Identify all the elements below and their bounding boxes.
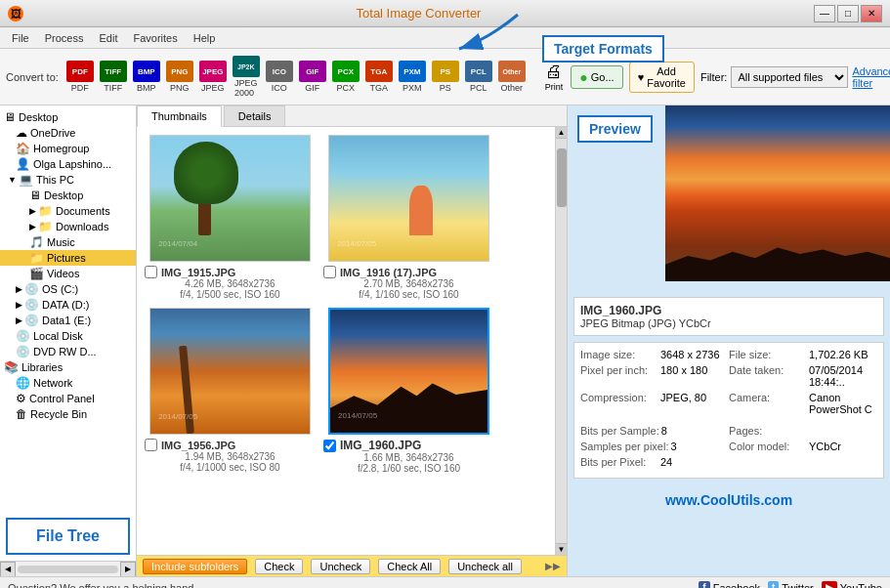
go-label: Go... <box>591 71 615 83</box>
tab-thumbnails[interactable]: Thumbnails <box>137 105 222 127</box>
app-title: Total Image Converter <box>23 6 814 21</box>
thumb-checkbox-1916[interactable] <box>323 266 336 278</box>
tree-item-recycle[interactable]: 🗑 Recycle Bin <box>0 406 136 422</box>
format-jpeg[interactable]: JPEG JPEG <box>197 58 229 96</box>
tree-item-network[interactable]: 🌐 Network <box>0 375 136 391</box>
format-other[interactable]: Other Other <box>496 58 528 96</box>
check-button[interactable]: Check <box>255 559 303 574</box>
format-pcl[interactable]: PCL PCL <box>463 58 494 96</box>
youtube-link[interactable]: ▶ YouTube <box>822 581 882 588</box>
format-pxm[interactable]: PXM PXM <box>397 58 428 96</box>
tree-item-user[interactable]: 👤 Olga Lapshino... <box>0 156 136 172</box>
tree-item-pictures[interactable]: 📁 Pictures <box>0 250 136 266</box>
expand-icon-datae: ▶ <box>16 315 22 325</box>
format-tiff[interactable]: TIFF TIFF <box>98 58 129 96</box>
filter-select[interactable]: All supported files <box>731 66 848 88</box>
expand-icon: ▼ <box>8 175 17 185</box>
scroll-right-btn[interactable]: ▶▶ <box>545 561 561 571</box>
print-button[interactable]: 🖨 Print <box>539 60 570 94</box>
thumb-checkbox-1915[interactable] <box>145 266 157 278</box>
tab-details[interactable]: Details <box>224 105 286 126</box>
preview-file-name: IMG_1960.JPG <box>580 304 877 317</box>
thumb-img-1956[interactable]: 2014/07/05 <box>149 308 311 435</box>
tree-item-dvd[interactable]: 💿 DVD RW D... <box>0 344 136 359</box>
uncheck-button[interactable]: Uncheck <box>311 559 370 574</box>
facebook-label: Facebook <box>713 582 760 589</box>
palm-scene: 2014/07/05 <box>150 309 310 434</box>
tree-scroll-left[interactable]: ◀ <box>0 562 16 577</box>
expand-icon-dl: ▶ <box>29 222 36 231</box>
thumb-img-1916[interactable]: 2014/07/05 <box>328 135 489 262</box>
scroll-down-button[interactable]: ▼ <box>556 543 568 555</box>
menu-help[interactable]: Help <box>186 30 224 46</box>
format-tga[interactable]: TGA TGA <box>363 58 395 96</box>
advanced-filter-button[interactable]: Advanced filter <box>852 65 890 89</box>
coolutils-website[interactable]: www.CoolUtils.com <box>568 484 890 516</box>
thumb-name-1915: IMG_1915.JPG <box>161 267 235 278</box>
maximize-button[interactable]: □ <box>837 5 859 22</box>
tree-scroll-right[interactable]: ▶ <box>120 562 136 577</box>
thumb-check-1956: IMG_1956.JPG <box>145 439 316 451</box>
tree-item-downloads[interactable]: ▶ 📁 Downloads <box>0 219 136 234</box>
tree-item-videos[interactable]: 🎬 Videos <box>0 266 136 281</box>
tree-label-user: Olga Lapshino... <box>33 158 111 170</box>
tree-item-music[interactable]: 🎵 Music <box>0 234 136 250</box>
scroll-up-button[interactable]: ▲ <box>556 127 568 139</box>
thumb-img-1960[interactable]: 2014/07/05 <box>328 308 489 435</box>
format-jp2k[interactable]: JP2K JPEG 2000 <box>231 53 262 101</box>
thumb-checkbox-1960[interactable] <box>323 440 336 452</box>
jp2k-label: JPEG 2000 <box>234 78 258 98</box>
facebook-link[interactable]: f Facebook <box>699 581 760 588</box>
menu-file[interactable]: File <box>4 30 37 46</box>
tree-item-thispc[interactable]: ▼ 💻 This PC <box>0 172 136 188</box>
format-pcx[interactable]: PCX PCX <box>330 58 361 96</box>
documents-icon: 📁 <box>38 204 53 218</box>
format-bmp[interactable]: BMP BMP <box>131 58 162 96</box>
camera-val: Canon PowerShot C <box>809 392 877 415</box>
png-label: PNG <box>170 83 190 93</box>
pcl-icon: PCL <box>465 61 492 82</box>
go-button[interactable]: ● Go... <box>571 65 622 89</box>
controlpanel-icon: ⚙ <box>16 392 26 405</box>
add-favorite-button[interactable]: ♥ Add Favorite <box>629 62 695 93</box>
sunset-scene-thumb: 2014/07/05 <box>330 310 487 433</box>
thumb-checkbox-1956[interactable] <box>145 439 157 451</box>
include-subfolders-button[interactable]: Include subfolders <box>143 559 247 574</box>
menu-process[interactable]: Process <box>37 30 92 46</box>
format-ps[interactable]: PS PS <box>430 58 461 96</box>
thumb-item-1956: 2014/07/05 IMG_1956.JPG 1.94 MB, 3648x27… <box>145 308 316 474</box>
close-button[interactable]: ✕ <box>861 5 882 22</box>
menu-favorites[interactable]: Favorites <box>125 30 185 46</box>
twitter-link[interactable]: t Twitter <box>768 581 814 588</box>
tree-item-desktop[interactable]: 🖥 Desktop <box>0 109 136 125</box>
scroll-thumb <box>557 148 567 207</box>
format-ico[interactable]: ICO ICO <box>264 58 295 96</box>
tree-item-datae[interactable]: ▶ 💿 Data1 (E:) <box>0 313 136 328</box>
network-icon: 🌐 <box>16 376 30 390</box>
tree-item-datad[interactable]: ▶ 💿 DATA (D:) <box>0 297 136 313</box>
ico-icon: ICO <box>266 61 293 82</box>
format-pdf[interactable]: PDF PDF <box>64 58 96 96</box>
thumb-img-1915[interactable]: 2014/07/04 <box>149 135 311 262</box>
tree-item-desktop2[interactable]: 🖥 Desktop <box>0 188 136 203</box>
format-gif[interactable]: GIF GIF <box>297 58 328 96</box>
uncheck-all-button[interactable]: Uncheck all <box>448 559 522 574</box>
tree-content: 🖥 Desktop ☁ OneDrive 🏠 Homegroup 👤 Olga … <box>0 105 136 512</box>
tree-item-homegroup[interactable]: 🏠 Homegroup <box>0 141 136 156</box>
bps-key: Bits per Sample: <box>580 425 659 437</box>
tree-label-pictures: Pictures <box>47 252 86 264</box>
format-png[interactable]: PNG PNG <box>164 58 195 96</box>
jpeg-icon: JPEG <box>199 61 227 82</box>
tree-item-controlpanel[interactable]: ⚙ Control Panel <box>0 391 136 406</box>
tree-item-osdrive[interactable]: ▶ 💿 OS (C:) <box>0 281 136 297</box>
tree-item-documents[interactable]: ▶ 📁 Documents <box>0 203 136 219</box>
tree-scrollbar: ◀ ▶ <box>0 561 136 576</box>
check-all-button[interactable]: Check All <box>378 559 441 574</box>
detail-col-6b <box>729 456 877 468</box>
tree-item-onedrive[interactable]: ☁ OneDrive <box>0 125 136 141</box>
menu-edit[interactable]: Edit <box>91 30 125 46</box>
desktop-icon: 🖥 <box>4 110 16 124</box>
minimize-button[interactable]: — <box>814 5 835 22</box>
tree-item-libraries[interactable]: 📚 Libraries <box>0 359 136 375</box>
tree-item-local[interactable]: 💿 Local Disk <box>0 328 136 344</box>
